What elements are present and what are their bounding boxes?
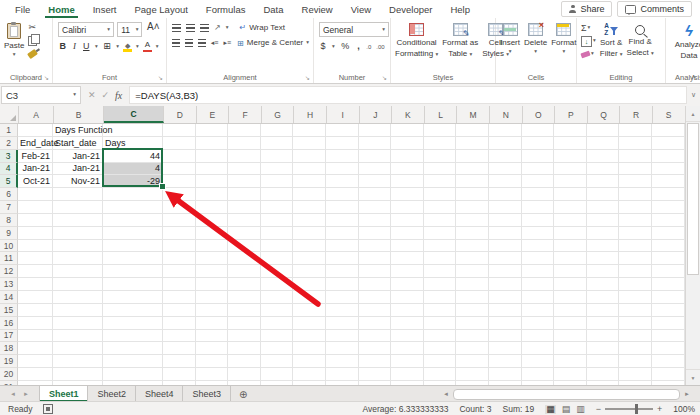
row-header-10[interactable]: 10 [0, 240, 18, 253]
cell-O18[interactable] [522, 342, 555, 355]
horizontal-scroll-thumb[interactable] [453, 389, 680, 400]
cell-L8[interactable] [424, 214, 457, 227]
cell-G8[interactable] [261, 214, 294, 227]
cell-B6[interactable] [53, 188, 103, 201]
cell-B2[interactable]: Start_date [53, 137, 103, 150]
cell-N13[interactable] [489, 278, 522, 291]
cell-B11[interactable] [53, 252, 103, 265]
cell-C9[interactable] [103, 227, 163, 240]
row-header-19[interactable]: 19 [0, 355, 18, 368]
cell-E19[interactable] [196, 355, 229, 368]
cell-H11[interactable] [293, 252, 326, 265]
cell-R10[interactable] [619, 240, 652, 253]
cell-F9[interactable] [228, 227, 261, 240]
cell-Q1[interactable] [587, 124, 620, 137]
cell-J6[interactable] [359, 188, 392, 201]
cell-D15[interactable] [163, 304, 196, 317]
cell-A13[interactable] [18, 278, 53, 291]
cell-K13[interactable] [391, 278, 424, 291]
cell-B16[interactable] [53, 317, 103, 330]
cell-A2[interactable]: End_date [18, 137, 53, 150]
zoom-out-icon[interactable]: − [596, 404, 601, 414]
cell-B17[interactable] [53, 330, 103, 343]
row-header-9[interactable]: 9 [0, 227, 18, 240]
cell-R4[interactable] [619, 163, 652, 176]
cell-Q15[interactable] [587, 304, 620, 317]
cell-R8[interactable] [619, 214, 652, 227]
cell-M9[interactable] [456, 227, 489, 240]
cell-A17[interactable] [18, 330, 53, 343]
column-header-G[interactable]: G [262, 106, 295, 123]
cell-Q6[interactable] [587, 188, 620, 201]
column-header-S[interactable]: S [653, 106, 686, 123]
cell-O11[interactable] [522, 252, 555, 265]
cell-S10[interactable] [652, 240, 685, 253]
cell-F4[interactable] [228, 163, 261, 176]
cell-J16[interactable] [359, 317, 392, 330]
cell-O9[interactable] [522, 227, 555, 240]
cell-I18[interactable] [326, 342, 359, 355]
cell-E9[interactable] [196, 227, 229, 240]
cell-N4[interactable] [489, 163, 522, 176]
cell-N10[interactable] [489, 240, 522, 253]
column-header-K[interactable]: K [392, 106, 425, 123]
scroll-up-icon[interactable]: ▲ [686, 106, 700, 122]
format-cells-button[interactable]: Format ▾ [551, 21, 576, 55]
cell-P18[interactable] [554, 342, 587, 355]
cell-S3[interactable] [652, 150, 685, 163]
cell-K1[interactable] [391, 124, 424, 137]
cell-R15[interactable] [619, 304, 652, 317]
cell-A7[interactable] [18, 201, 53, 214]
cell-M3[interactable] [456, 150, 489, 163]
column-header-R[interactable]: R [620, 106, 653, 123]
cell-G11[interactable] [261, 252, 294, 265]
cell-A19[interactable] [18, 355, 53, 368]
cell-P14[interactable] [554, 291, 587, 304]
cell-B18[interactable] [53, 342, 103, 355]
cell-E7[interactable] [196, 201, 229, 214]
cell-M20[interactable] [456, 368, 489, 381]
cell-A16[interactable] [18, 317, 53, 330]
cell-N11[interactable] [489, 252, 522, 265]
cell-G12[interactable] [261, 265, 294, 278]
zoom-in-icon[interactable]: + [657, 404, 662, 414]
cell-O8[interactable] [522, 214, 555, 227]
decrease-decimal-icon[interactable]: .00 [376, 44, 384, 50]
merge-center-button[interactable]: ⊞ Merge & Center ▾ [237, 38, 309, 47]
cell-N5[interactable] [489, 175, 522, 188]
ribbon-tab-formulas[interactable]: Formulas [197, 0, 255, 18]
cell-N14[interactable] [489, 291, 522, 304]
cell-K11[interactable] [391, 252, 424, 265]
cell-O5[interactable] [522, 175, 555, 188]
cell-M7[interactable] [456, 201, 489, 214]
cell-E2[interactable] [196, 137, 229, 150]
cell-G10[interactable] [261, 240, 294, 253]
cell-J10[interactable] [359, 240, 392, 253]
cell-J19[interactable] [359, 355, 392, 368]
cell-H3[interactable] [293, 150, 326, 163]
row-header-6[interactable]: 6 [0, 188, 18, 201]
cell-K15[interactable] [391, 304, 424, 317]
cell-O19[interactable] [522, 355, 555, 368]
cell-L1[interactable] [424, 124, 457, 137]
cell-C18[interactable] [103, 342, 163, 355]
cell-A3[interactable]: Feb-21 [18, 150, 53, 163]
scroll-right-icon[interactable]: ► [682, 391, 692, 397]
cell-I11[interactable] [326, 252, 359, 265]
cell-I9[interactable] [326, 227, 359, 240]
cell-M6[interactable] [456, 188, 489, 201]
cell-Q4[interactable] [587, 163, 620, 176]
ribbon-tab-page-layout[interactable]: Page Layout [125, 0, 196, 18]
cell-M2[interactable] [456, 137, 489, 150]
row-header-16[interactable]: 16 [0, 317, 18, 330]
cell-C2[interactable]: Days [103, 137, 163, 150]
cell-E5[interactable] [196, 175, 229, 188]
row-header-15[interactable]: 15 [0, 304, 18, 317]
cell-S6[interactable] [652, 188, 685, 201]
cell-J12[interactable] [359, 265, 392, 278]
currency-format-button[interactable]: $ [319, 42, 327, 51]
cell-A10[interactable] [18, 240, 53, 253]
cell-L5[interactable] [424, 175, 457, 188]
cell-M8[interactable] [456, 214, 489, 227]
cell-M19[interactable] [456, 355, 489, 368]
